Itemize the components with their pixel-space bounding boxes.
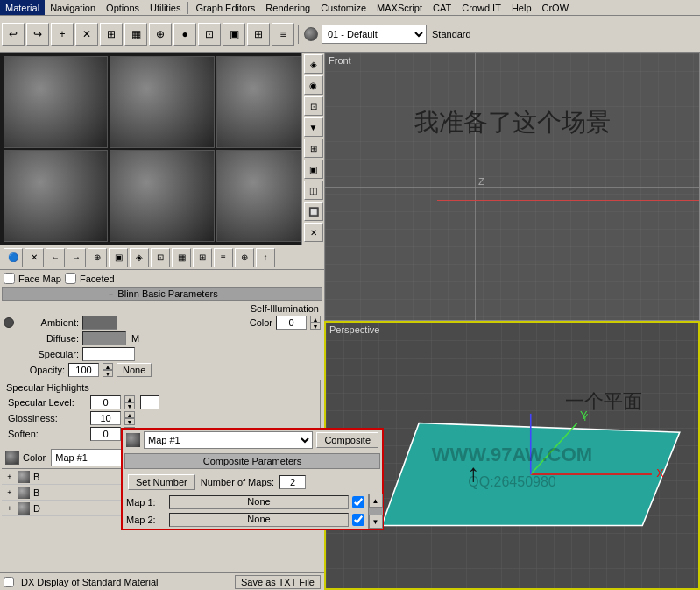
menu-rendering[interactable]: Rendering <box>260 0 315 15</box>
material-slot-select[interactable]: 01 - Default <box>322 25 427 44</box>
specular-color-swatch[interactable] <box>82 347 135 361</box>
blinn-section-header[interactable]: − Blinn Basic Parameters <box>2 287 322 301</box>
toolbar-btn-12[interactable]: ≡ <box>272 23 294 46</box>
material-preview-area: ◈ ◉ ⊡ ▼ ⊞ ▣ ◫ 🔲 ✕ <box>0 53 324 245</box>
opacity-up[interactable]: ▲ <box>103 363 113 370</box>
menu-graph-editors[interactable]: Graph Editors <box>190 0 260 15</box>
side-btn-8[interactable]: 🔲 <box>304 202 323 221</box>
mat-btn-4[interactable]: → <box>67 248 86 267</box>
num-maps-input[interactable] <box>279 475 306 489</box>
glossiness-spinner[interactable]: ▲ ▼ <box>124 411 135 425</box>
save-txt-btn[interactable]: Save as TXT File <box>235 575 321 589</box>
mat-btn-1[interactable]: 🔵 <box>4 248 23 267</box>
dx-checkbox[interactable] <box>4 577 14 587</box>
menu-material[interactable]: Material <box>0 0 45 15</box>
soften-input[interactable] <box>90 427 121 441</box>
mat-btn-8[interactable]: ⊡ <box>151 248 170 267</box>
self-illum-row: Self-Illumination <box>2 302 322 315</box>
face-map-checkbox[interactable] <box>4 273 15 284</box>
diffuse-color-swatch[interactable] <box>82 331 126 345</box>
toolbar-btn-5[interactable]: ⊞ <box>100 23 123 46</box>
color-up-arrow[interactable]: ▲ <box>310 316 321 323</box>
front-axis-h <box>325 187 699 188</box>
sphere-1[interactable] <box>4 56 108 148</box>
mat-btn-5[interactable]: ⊕ <box>88 248 107 267</box>
color-spinner[interactable]: ▲ ▼ <box>310 316 321 330</box>
side-btn-3[interactable]: ⊡ <box>304 96 323 116</box>
toolbar-btn-6[interactable]: ▦ <box>124 23 147 46</box>
glossiness-input[interactable] <box>90 411 121 425</box>
faceted-checkbox[interactable] <box>65 273 76 284</box>
mat-btn-3[interactable]: ← <box>46 248 65 267</box>
opacity-row: Opacity: ▲ ▼ None <box>2 362 322 378</box>
diffuse-row: Diffuse: M <box>2 331 322 346</box>
mat-btn-11[interactable]: ≡ <box>214 248 233 267</box>
scroll-up-btn[interactable]: ▲ <box>369 494 383 508</box>
toolbar-btn-3[interactable]: + <box>51 23 74 46</box>
specular-level-input[interactable] <box>90 395 121 409</box>
menu-utilities[interactable]: Utilities <box>145 0 186 15</box>
composite-map-select[interactable]: Map #1 <box>144 431 313 449</box>
toolbar-btn-4[interactable]: ✕ <box>75 23 98 46</box>
menu-maxscript[interactable]: MAXScript <box>371 0 428 15</box>
opacity-down[interactable]: ▼ <box>103 370 113 377</box>
map1-composite-checkbox[interactable] <box>352 496 364 508</box>
set-number-btn[interactable]: Set Number <box>128 474 195 490</box>
mat-btn-9[interactable]: ▦ <box>172 248 191 267</box>
glossiness-row: Glossiness: ▲ ▼ <box>6 410 318 426</box>
mat-btn-2[interactable]: ✕ <box>25 248 44 267</box>
side-btn-9[interactable]: ✕ <box>304 223 323 242</box>
scroll-down-btn[interactable]: ▼ <box>369 515 383 529</box>
mat-btn-13[interactable]: ↑ <box>256 248 275 267</box>
menu-help[interactable]: Help <box>506 0 537 15</box>
menu-navigation[interactable]: Navigation <box>45 0 101 15</box>
mat-btn-12[interactable]: ⊕ <box>235 248 254 267</box>
sphere-2[interactable] <box>110 56 214 148</box>
toolbar-btn-2[interactable]: ↪ <box>26 23 49 46</box>
menu-crowd-it[interactable]: Crowd IT <box>456 0 506 15</box>
composite-scrollbar[interactable]: ▲ ▼ <box>368 494 382 529</box>
m-label[interactable]: M <box>131 333 139 344</box>
glossiness-up[interactable]: ▲ <box>124 411 135 418</box>
opacity-label: Opacity: <box>4 365 65 375</box>
map2-composite-checkbox[interactable] <box>352 514 364 526</box>
toolbar-btn-7[interactable]: ⊕ <box>149 23 172 46</box>
ambient-color-swatch[interactable] <box>82 316 117 330</box>
mat-btn-7[interactable]: ◈ <box>130 248 149 267</box>
toolbar-btn-11[interactable]: ⊞ <box>247 23 270 46</box>
specular-level-spinner[interactable]: ▲ ▼ <box>124 395 135 409</box>
side-btn-4[interactable]: ▼ <box>304 117 323 137</box>
toolbar-btn-8[interactable]: ● <box>173 23 196 46</box>
opacity-spinner[interactable]: ▲ ▼ <box>103 363 113 377</box>
menu-cat[interactable]: CAT <box>428 0 456 15</box>
toolbar-btn-1[interactable]: ↩ <box>2 23 25 46</box>
mat-btn-10[interactable]: ⊞ <box>193 248 212 267</box>
specular-level-down[interactable]: ▼ <box>124 402 135 409</box>
toolbar-btn-10[interactable]: ▣ <box>223 23 245 46</box>
menu-customize[interactable]: Customize <box>315 0 371 15</box>
menu-crow[interactable]: CrOW <box>537 0 575 15</box>
opacity-input[interactable] <box>68 363 99 377</box>
side-toolbar: ◈ ◉ ⊡ ▼ ⊞ ▣ ◫ 🔲 ✕ <box>301 53 324 245</box>
mat-btn-6[interactable]: ▣ <box>109 248 128 267</box>
opacity-none-btn[interactable]: None <box>117 363 152 377</box>
side-btn-1[interactable]: ◈ <box>304 54 323 74</box>
side-btn-2[interactable]: ◉ <box>304 75 323 95</box>
side-btn-5[interactable]: ⊞ <box>304 139 323 158</box>
front-viewport[interactable]: Front 我准备了这个场景 Z <box>324 53 700 321</box>
menu-options[interactable]: Options <box>101 0 145 15</box>
side-btn-6[interactable]: ▣ <box>304 160 323 179</box>
glossiness-down[interactable]: ▼ <box>124 418 135 425</box>
front-axis-v <box>475 53 476 320</box>
composite-label-btn[interactable]: Composite <box>316 432 378 448</box>
color-value-input[interactable] <box>276 316 307 330</box>
ambient-lock-icon[interactable] <box>4 317 14 328</box>
side-btn-7[interactable]: ◫ <box>304 181 323 200</box>
z-axis-label: Z <box>478 176 484 187</box>
color-down-arrow[interactable]: ▼ <box>310 323 321 330</box>
sphere-5[interactable] <box>110 150 214 242</box>
toolbar-btn-9[interactable]: ⊡ <box>198 23 221 46</box>
map2-composite-label: Map 2: <box>126 515 166 525</box>
sphere-4[interactable] <box>4 150 108 242</box>
specular-level-up[interactable]: ▲ <box>124 395 135 402</box>
